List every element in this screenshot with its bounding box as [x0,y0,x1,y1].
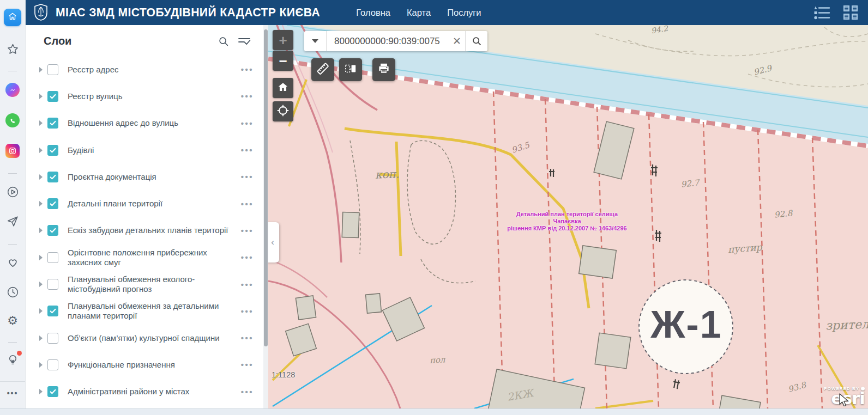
nav-services[interactable]: Послуги [447,8,481,18]
printer-icon [377,62,391,78]
heart-icon[interactable] [0,256,25,270]
search-bar: ✕ [304,31,487,51]
expand-caret-icon[interactable] [39,120,43,126]
send-icon[interactable] [0,215,25,228]
layer-checkbox[interactable] [47,359,58,370]
search-source-dropdown[interactable] [304,31,327,51]
dpt-annotation-line1: Детальний план території селища Чапаєвка [502,211,632,225]
layer-checkbox[interactable] [47,333,58,344]
layer-filter-icon[interactable] [237,35,251,47]
layer-menu-button[interactable]: ••• [241,280,254,289]
rail-divider [8,342,17,343]
layer-label[interactable]: Ескіз забудови детальних планів територі… [68,225,228,235]
layer-menu-button[interactable]: ••• [241,387,254,396]
horizontal-scrollbar[interactable] [0,408,868,415]
instagram-icon[interactable] [0,144,25,158]
expand-caret-icon[interactable] [39,255,43,260]
lightbulb-icon[interactable] [0,353,25,369]
expand-caret-icon[interactable] [39,308,43,314]
layer-menu-button[interactable]: ••• [241,65,254,74]
layer-label[interactable]: Відношення адрес до вулиць [68,118,178,128]
apps-grid-icon[interactable] [843,5,858,20]
home-extent-button[interactable] [273,78,293,98]
layer-checkbox[interactable] [47,145,58,156]
expand-caret-icon[interactable] [39,389,43,394]
layer-menu-button[interactable]: ••• [241,199,254,209]
rail-more-button[interactable]: ••• [0,389,25,398]
layer-label[interactable]: Реєстр адрес [68,65,119,75]
expand-caret-icon[interactable] [39,362,43,368]
layer-label[interactable]: Адміністративні райони у містах [68,387,189,396]
nav-home[interactable]: Головна [356,8,390,18]
panel-scrollbar-thumb[interactable] [264,29,268,346]
expand-caret-icon[interactable] [39,174,43,180]
gear-icon[interactable]: ⚙ [0,315,25,327]
app-header: МІАС ЗМД МІСТОБУДІВНИЙ КАДАСТР КИЄВА Гол… [25,0,868,25]
measure-tool-button[interactable] [311,58,334,81]
layer-label[interactable]: Планувальні обмеження еколого-містобудів… [68,274,231,294]
expand-caret-icon[interactable] [39,282,43,287]
layer-checkbox[interactable] [47,118,58,129]
print-tool-button[interactable] [372,58,395,81]
layer-checkbox[interactable] [47,198,58,209]
layer-menu-button[interactable]: ••• [241,172,254,181]
layer-checkbox[interactable] [47,91,58,102]
layer-search-icon[interactable] [218,35,230,47]
layer-label[interactable]: Об’єкти (пам’ятки) культурної спадщини [68,333,220,343]
panel-collapse-button[interactable]: ‹ [268,222,279,263]
messenger-icon[interactable] [0,83,25,97]
layer-checkbox[interactable] [47,279,58,290]
layer-menu-button[interactable]: ••• [241,91,254,101]
layer-row: Планувальні обмеження за детальними план… [25,298,263,325]
search-submit-button[interactable] [465,31,487,51]
layer-menu-button[interactable]: ••• [241,253,254,262]
layer-menu-button[interactable]: ••• [241,333,254,343]
layer-checkbox[interactable] [47,225,58,236]
search-clear-button[interactable]: ✕ [449,31,465,51]
locate-button[interactable] [273,101,293,121]
zone-label: Ж-1 [650,303,723,346]
layer-menu-button[interactable]: ••• [241,360,254,369]
home-icon [8,11,17,23]
legend-list-icon[interactable] [813,5,831,20]
panel-scrollbar[interactable] [263,25,268,408]
expand-caret-icon[interactable] [39,335,43,341]
app-home-tile[interactable] [0,9,25,26]
layer-label[interactable]: Реєстр вулиць [68,91,123,101]
app-title: МІАС ЗМД МІСТОБУДІВНИЙ КАДАСТР КИЄВА [56,5,320,20]
nav-map[interactable]: Карта [407,8,431,18]
rail-divider [8,244,17,245]
search-input[interactable] [327,36,449,47]
expand-caret-icon[interactable] [39,228,43,233]
clock-icon[interactable] [0,285,25,299]
layer-checkbox[interactable] [47,64,58,75]
layer-checkbox[interactable] [47,306,58,316]
layer-menu-button[interactable]: ••• [241,119,254,128]
layer-label[interactable]: Функціональне призначення [68,360,175,370]
map-viewport[interactable]: коп. 94.2 92.9 93.5 92.7 92.8 93.8 пусти… [268,25,868,408]
whatsapp-icon[interactable] [0,113,25,127]
layer-label[interactable]: Орієнтовне положення прибережних захисни… [68,248,231,267]
layer-row: Орієнтовне положення прибережних захисни… [25,244,263,271]
layer-checkbox[interactable] [47,386,58,397]
layer-menu-button[interactable]: ••• [241,226,254,235]
star-icon[interactable] [0,42,25,56]
layer-menu-button[interactable]: ••• [241,145,254,155]
expand-caret-icon[interactable] [39,201,43,206]
layer-label[interactable]: Детальні плани території [68,199,162,209]
expand-caret-icon[interactable] [39,67,43,72]
layer-label[interactable]: Планувальні обмеження за детальними план… [68,301,231,321]
ruler-icon [315,61,330,78]
layer-label[interactable]: Будівлі [68,145,94,155]
expand-caret-icon[interactable] [39,148,43,153]
layer-checkbox[interactable] [47,252,58,263]
expand-caret-icon[interactable] [39,94,43,99]
zoom-in-button[interactable]: + [273,30,293,50]
layer-row: Реєстр адрес••• [25,56,263,83]
layer-menu-button[interactable]: ••• [241,307,254,316]
zoom-out-button[interactable]: − [273,51,293,71]
layer-label[interactable]: Проєктна документація [68,172,156,182]
layer-checkbox[interactable] [47,172,58,182]
swipe-tool-button[interactable] [339,58,362,81]
play-circle-icon[interactable] [0,185,25,199]
